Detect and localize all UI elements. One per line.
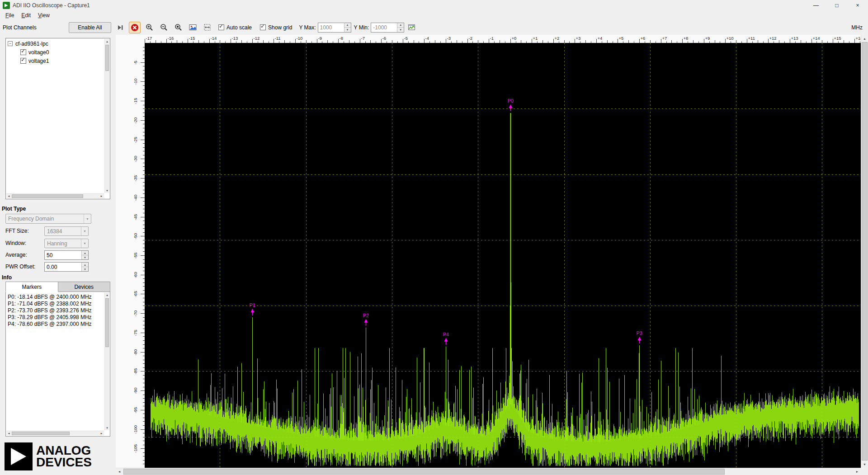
close-button[interactable]: × <box>847 0 868 11</box>
check-icon: ✓ <box>219 24 223 29</box>
channel-tree-vscrollbar[interactable]: ▲ ▼ <box>104 39 109 193</box>
expander-icon[interactable]: − <box>8 41 13 46</box>
tab-markers[interactable]: Markers <box>5 282 58 292</box>
scrollbar-thumb[interactable] <box>862 42 868 461</box>
y-min-label: Y Min: <box>354 24 369 31</box>
ruler-corner <box>116 35 145 43</box>
markers-hscrollbar[interactable]: ◄ ► <box>6 431 104 436</box>
spin-down-icon: ▼ <box>82 255 88 259</box>
svg-text:-15: -15 <box>189 36 195 41</box>
plot-type-value: Frequency Domain <box>6 216 84 222</box>
maximize-button[interactable]: □ <box>826 0 847 11</box>
plot-type-select[interactable]: Frequency Domain ▼ <box>5 214 91 224</box>
y-min-input[interactable]: -1000 ▲▼ <box>371 23 404 33</box>
pwr-offset-spinner[interactable]: ▲▼ <box>81 263 88 271</box>
fit-plot-icon <box>203 24 211 31</box>
y-max-input[interactable]: 1000 ▲▼ <box>318 23 351 33</box>
svg-text:-20: -20 <box>133 118 138 124</box>
svg-text:-75: -75 <box>133 330 138 336</box>
app-window: ADI IIO Oscilloscope - Capture1 — □ × Fi… <box>0 0 868 475</box>
y-max-spinner[interactable]: ▲▼ <box>344 23 351 32</box>
x-axis-ruler: -17-16-15-14-13-12-11-10-9-8-7-6-5-4-3-2… <box>145 35 861 43</box>
scrollbar-thumb[interactable] <box>105 45 109 71</box>
fit-plot-button[interactable] <box>201 22 213 33</box>
sidebar: − cf-ad9361-lpc ✓ voltage0 ✓ voltage1 ▲ … <box>0 35 116 475</box>
fft-size-select[interactable]: 16384 ▼ <box>44 226 89 236</box>
device-row[interactable]: − cf-ad9361-lpc <box>6 39 110 48</box>
svg-text:-17: -17 <box>146 36 152 41</box>
svg-text:-60: -60 <box>133 272 138 278</box>
channel-checkbox-voltage0[interactable]: ✓ <box>20 49 26 55</box>
plot-channels-header: Plot Channels Enable All <box>0 22 113 33</box>
plot-settings-icon <box>408 24 415 31</box>
scrollbar-thumb[interactable] <box>12 432 70 435</box>
marker-unit-label: MHz <box>851 24 863 31</box>
scrollbar-thumb[interactable] <box>12 194 83 198</box>
pwr-offset-label: PWR Offset: <box>5 263 35 270</box>
scroll-right-icon: ► <box>854 468 861 475</box>
menu-edit[interactable]: Edit <box>18 11 34 19</box>
adi-logo-text: ANALOG DEVICES <box>36 445 92 468</box>
content: − cf-ad9361-lpc ✓ voltage0 ✓ voltage1 ▲ … <box>0 35 868 475</box>
save-image-button[interactable] <box>187 22 198 33</box>
pwr-offset-input[interactable]: 0.00 ▲▼ <box>44 262 89 272</box>
svg-text:-85: -85 <box>133 368 138 375</box>
svg-text:-12: -12 <box>254 36 260 41</box>
minimize-button[interactable]: — <box>806 0 826 11</box>
channel-checkbox-voltage1[interactable]: ✓ <box>20 58 26 64</box>
marker-readout: P2: -73.70 dBFS @ 2393.276 MHz <box>8 307 108 314</box>
auto-scale-checkbox[interactable]: ✓ Auto scale <box>218 24 252 31</box>
svg-text:-50: -50 <box>133 233 138 240</box>
svg-text:-70: -70 <box>133 310 138 317</box>
scrollbar-thumb[interactable] <box>105 298 109 347</box>
check-icon: ✓ <box>260 24 265 29</box>
spectrum-plot[interactable] <box>145 43 861 468</box>
channel-row[interactable]: ✓ voltage0 <box>6 48 110 56</box>
average-input[interactable]: 50 ▲▼ <box>44 250 89 260</box>
plot-settings-button[interactable] <box>406 22 417 33</box>
average-spinner[interactable]: ▲▼ <box>81 251 88 259</box>
window-select[interactable]: Hanning ▼ <box>44 239 89 248</box>
svg-text:-9: -9 <box>318 36 322 41</box>
scroll-down-icon: ▼ <box>105 188 109 193</box>
zoom-in-button[interactable] <box>143 22 155 33</box>
svg-text:-13: -13 <box>232 36 238 41</box>
svg-text:-2: -2 <box>469 36 472 41</box>
svg-text:-90: -90 <box>133 388 138 394</box>
enable-all-button[interactable]: Enable All <box>69 22 111 33</box>
stop-icon <box>131 24 139 32</box>
zoom-out-button[interactable] <box>158 22 170 33</box>
average-value: 50 <box>45 251 81 259</box>
fft-size-value: 16384 <box>45 228 81 235</box>
marker-readout-list: P0: -18.14 dBFS @ 2400.000 MHzP1: -71.04… <box>6 292 110 329</box>
svg-text:+16: +16 <box>856 36 861 41</box>
marker-readout: P0: -18.14 dBFS @ 2400.000 MHz <box>8 294 108 301</box>
window-controls: — □ × <box>806 0 868 11</box>
menu-file[interactable]: File <box>2 11 18 19</box>
svg-text:+13: +13 <box>791 36 798 41</box>
show-grid-checkbox[interactable]: ✓ Show grid <box>260 24 292 31</box>
markers-vscrollbar[interactable]: ▲ ▼ <box>104 292 109 430</box>
channel-tree-hscrollbar[interactable]: ◄ ► <box>6 193 104 198</box>
fft-size-label: FFT Size: <box>5 228 29 234</box>
svg-text:-95: -95 <box>133 407 138 414</box>
svg-text:-45: -45 <box>133 214 138 221</box>
svg-text:+1: +1 <box>533 36 538 41</box>
svg-text:+8: +8 <box>684 36 689 41</box>
scrollbar-thumb[interactable] <box>123 469 725 475</box>
play-next-icon <box>117 24 124 31</box>
stop-capture-button[interactable] <box>129 22 141 33</box>
channel-row[interactable]: ✓ voltage1 <box>6 56 110 65</box>
plot-vscrollbar[interactable]: ▲ ▼ <box>861 35 868 468</box>
menu-view[interactable]: View <box>34 11 53 19</box>
y-min-spinner[interactable]: ▲▼ <box>397 23 404 32</box>
capture-play-button[interactable] <box>114 22 126 33</box>
adi-logo: ANALOG DEVICES <box>5 442 92 470</box>
svg-text:-8: -8 <box>340 36 343 41</box>
marker-readout: P3: -78.29 dBFS @ 2405.998 MHz <box>8 314 108 321</box>
markers-panel: P0: -18.14 dBFS @ 2400.000 MHzP1: -71.04… <box>5 292 110 437</box>
tab-devices[interactable]: Devices <box>58 282 111 292</box>
plot-hscrollbar[interactable]: ◄ ► <box>116 468 861 475</box>
zoom-fit-button[interactable] <box>172 22 184 33</box>
svg-text:-10: -10 <box>297 36 303 41</box>
